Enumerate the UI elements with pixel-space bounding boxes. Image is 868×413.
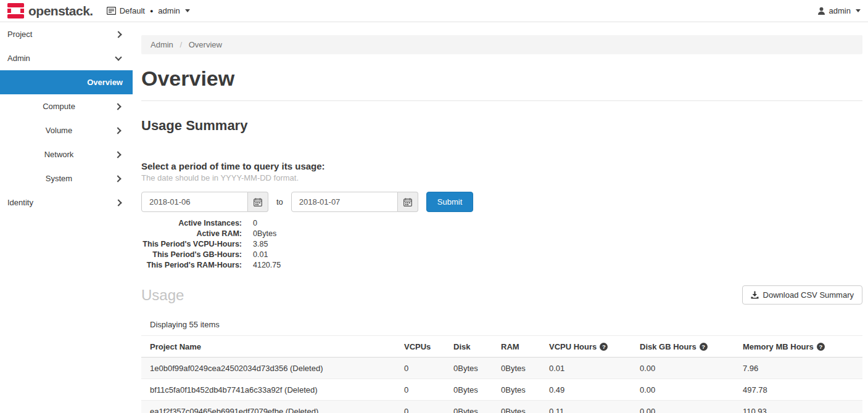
date-to-input[interactable] xyxy=(291,192,398,212)
sidebar-item-overview[interactable]: Overview xyxy=(0,70,133,94)
user-icon xyxy=(817,7,825,15)
cell-memory-mb-hours: 7.96 xyxy=(734,358,862,379)
sidebar-item-label: Project xyxy=(7,30,32,39)
usage-section-header: Usage Download CSV Summary xyxy=(141,285,862,305)
col-vcpu-hours[interactable]: VCPU Hours xyxy=(540,336,631,358)
column-label: Disk GB Hours xyxy=(640,342,696,351)
col-memory-mb-hours[interactable]: Memory MB Hours xyxy=(734,336,862,358)
stat-active-ram: Active RAM: 0Bytes xyxy=(141,229,862,239)
page-title: Overview xyxy=(141,67,862,91)
stat-active-instances: Active Instances: 0 xyxy=(141,218,862,229)
usage-heading: Usage xyxy=(141,287,184,304)
cell-disk: 0Bytes xyxy=(445,379,492,401)
table-row: ea1f2f357c09465eb6991edf7079efbe (Delete… xyxy=(141,401,862,413)
table-row: 1e0b0f99af0249cea24502034d73d356 (Delete… xyxy=(141,358,862,379)
chevron-right-icon xyxy=(114,127,121,134)
chevron-right-icon xyxy=(114,103,121,110)
brand-wordmark: openstack. xyxy=(28,4,93,18)
main-content: Admin / Overview Overview Usage Summary … xyxy=(133,22,868,413)
breadcrumb-admin-link[interactable]: Admin xyxy=(151,40,173,49)
title-divider xyxy=(141,100,862,101)
stat-ram-hours: This Period's RAM-Hours: 4120.75 xyxy=(141,260,862,271)
stat-value: 0Bytes xyxy=(253,229,276,239)
cell-disk: 0Bytes xyxy=(445,358,492,379)
user-menu[interactable]: admin xyxy=(817,6,861,15)
column-label: RAM xyxy=(501,342,519,351)
stat-label: Active Instances: xyxy=(141,218,242,229)
sidebar-item-label: Compute xyxy=(43,102,75,111)
help-icon[interactable] xyxy=(700,343,708,351)
sidebar-item-volume[interactable]: Volume xyxy=(0,118,133,142)
calendar-icon[interactable] xyxy=(248,192,268,212)
usage-table: Project Name VCPUs Disk RAM VCPU Hours D… xyxy=(141,335,862,413)
domain-icon xyxy=(107,7,116,15)
cell-ram: 0Bytes xyxy=(492,379,540,401)
col-vcpus[interactable]: VCPUs xyxy=(395,336,445,358)
column-label: VCPU Hours xyxy=(549,342,597,351)
stat-label: This Period's VCPU-Hours: xyxy=(141,239,242,250)
calendar-icon[interactable] xyxy=(398,192,418,212)
submit-button[interactable]: Submit xyxy=(426,192,473,212)
cell-vcpus: 0 xyxy=(395,401,445,413)
download-icon xyxy=(751,291,759,299)
cell-vcpu-hours: 0.49 xyxy=(540,379,631,401)
sidebar-item-label: Network xyxy=(44,150,74,159)
column-label: VCPUs xyxy=(404,342,431,351)
sidebar-item-network[interactable]: Network xyxy=(0,142,133,166)
items-count: Displaying 55 items xyxy=(150,320,862,329)
column-label: Disk xyxy=(453,342,470,351)
stat-value: 0.01 xyxy=(253,250,268,260)
sidebar-item-label: Identity xyxy=(7,198,33,207)
download-csv-button[interactable]: Download CSV Summary xyxy=(742,285,862,305)
chevron-down-icon xyxy=(856,9,861,12)
openstack-logo-icon xyxy=(7,3,24,18)
chevron-right-icon xyxy=(115,199,122,206)
sidebar-nav: Project Admin Overview Compute Volume Ne… xyxy=(0,22,133,413)
sidebar-item-identity[interactable]: Identity xyxy=(0,190,133,215)
col-disk[interactable]: Disk xyxy=(445,336,492,358)
chevron-right-icon xyxy=(114,175,121,182)
date-from-input[interactable] xyxy=(141,192,248,212)
col-disk-gb-hours[interactable]: Disk GB Hours xyxy=(631,336,734,358)
sidebar-item-label: System xyxy=(46,174,72,183)
cell-vcpus: 0 xyxy=(395,379,445,401)
sidebar-item-label: Overview xyxy=(87,78,123,87)
cell-vcpu-hours: 0.01 xyxy=(540,358,631,379)
col-project-name[interactable]: Project Name xyxy=(141,336,395,358)
cell-disk-gb-hours: 0.00 xyxy=(631,401,734,413)
top-navbar: openstack. Default ● admin admin xyxy=(0,0,868,22)
domain-project-switcher[interactable]: Default ● admin xyxy=(107,6,190,15)
table-row: bf11c5fa0f1b452db4b7741a6c33a92f (Delete… xyxy=(141,379,862,401)
cell-disk: 0Bytes xyxy=(445,401,492,413)
to-label: to xyxy=(276,197,283,206)
cell-project-name: ea1f2f357c09465eb6991edf7079efbe (Delete… xyxy=(141,401,395,413)
help-icon[interactable] xyxy=(817,343,825,351)
help-icon[interactable] xyxy=(600,343,608,351)
date-format-hint: The date should be in YYYY-MM-DD format. xyxy=(141,173,862,182)
date-to-group xyxy=(291,192,418,212)
stat-value: 4120.75 xyxy=(253,260,281,271)
openstack-brand[interactable]: openstack. xyxy=(7,3,93,18)
user-name: admin xyxy=(829,6,851,15)
col-ram[interactable]: RAM xyxy=(492,336,540,358)
stat-label: This Period's RAM-Hours: xyxy=(141,260,242,271)
usage-summary-heading: Usage Summary xyxy=(141,118,862,134)
sidebar-item-label: Volume xyxy=(46,126,72,135)
usage-stats: Active Instances: 0 Active RAM: 0Bytes T… xyxy=(141,218,862,271)
sidebar-item-admin[interactable]: Admin xyxy=(0,46,133,70)
current-domain: Default xyxy=(120,6,145,15)
sidebar-item-system[interactable]: System xyxy=(0,166,133,190)
date-range-form: to Submit xyxy=(141,192,862,212)
stat-label: This Period's GB-Hours: xyxy=(141,250,242,260)
project-separator-dot: ● xyxy=(150,8,153,14)
stat-vcpu-hours: This Period's VCPU-Hours: 3.85 xyxy=(141,239,862,250)
sidebar-item-compute[interactable]: Compute xyxy=(0,94,133,118)
stat-label: Active RAM: xyxy=(141,229,242,239)
cell-vcpu-hours: 0.11 xyxy=(540,401,631,413)
stat-value: 0 xyxy=(253,218,257,229)
column-label: Memory MB Hours xyxy=(743,342,814,351)
cell-ram: 0Bytes xyxy=(492,358,540,379)
cell-project-name: 1e0b0f99af0249cea24502034d73d356 (Delete… xyxy=(141,358,395,379)
sidebar-item-project[interactable]: Project xyxy=(0,22,133,46)
table-header-row: Project Name VCPUs Disk RAM VCPU Hours D… xyxy=(141,336,862,358)
